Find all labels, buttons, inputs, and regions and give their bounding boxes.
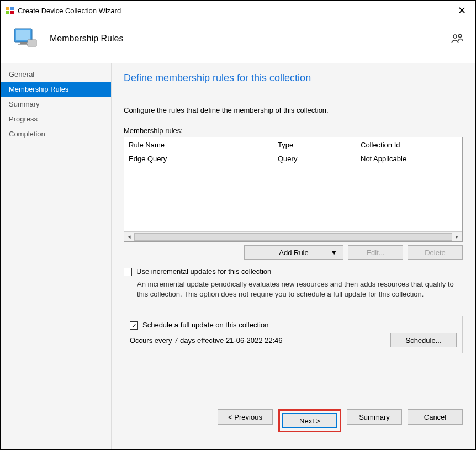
col-rule-name[interactable]: Rule Name bbox=[124, 137, 273, 152]
summary-button[interactable]: Summary bbox=[347, 409, 402, 425]
banner-title: Membership Rules bbox=[50, 34, 123, 44]
people-icon bbox=[451, 32, 464, 45]
previous-button[interactable]: < Previous bbox=[218, 409, 273, 425]
rules-label: Membership rules: bbox=[124, 126, 463, 135]
sidebar-item-completion[interactable]: Completion bbox=[1, 126, 111, 141]
chevron-down-icon: ▼ bbox=[330, 248, 337, 257]
cell-rule-name: Edge Query bbox=[124, 152, 273, 165]
incremental-updates-label: Use incremental updates for this collect… bbox=[136, 267, 271, 276]
wizard-sidebar: General Membership Rules Summary Progres… bbox=[1, 63, 112, 449]
cell-collection-id: Not Applicable bbox=[356, 152, 462, 165]
sidebar-item-progress[interactable]: Progress bbox=[1, 112, 111, 126]
wizard-footer: < Previous Next > Summary Cancel bbox=[112, 400, 475, 449]
incremental-updates-checkbox[interactable] bbox=[124, 268, 132, 276]
add-rule-label: Add Rule bbox=[279, 248, 308, 257]
wizard-window: Create Device Collection Wizard ✕ Member… bbox=[0, 0, 476, 450]
svg-rect-5 bbox=[16, 30, 30, 40]
cancel-button[interactable]: Cancel bbox=[408, 409, 463, 425]
scroll-right-icon[interactable]: ▸ bbox=[452, 233, 462, 240]
svg-rect-3 bbox=[10, 11, 14, 14]
app-icon bbox=[6, 6, 14, 15]
add-rule-dropdown[interactable]: Add Rule ▼ bbox=[244, 245, 343, 260]
monitor-icon bbox=[12, 25, 39, 52]
col-collection-id[interactable]: Collection Id bbox=[356, 137, 462, 152]
incremental-updates-description: An incremental update periodically evalu… bbox=[137, 279, 463, 299]
edit-button: Edit... bbox=[348, 245, 403, 260]
delete-button: Delete bbox=[408, 245, 463, 260]
next-button-highlight: Next > bbox=[278, 409, 341, 432]
table-header: Rule Name Type Collection Id bbox=[124, 137, 462, 152]
table-row[interactable]: Edge Query Query Not Applicable bbox=[124, 152, 462, 165]
close-icon[interactable]: ✕ bbox=[453, 4, 470, 17]
titlebar: Create Device Collection Wizard ✕ bbox=[1, 1, 475, 20]
schedule-summary-text: Occurs every 7 days effective 21-06-2022… bbox=[130, 336, 385, 345]
svg-rect-6 bbox=[20, 42, 27, 44]
schedule-full-update-checkbox[interactable] bbox=[130, 321, 138, 330]
sidebar-item-summary[interactable]: Summary bbox=[1, 97, 111, 112]
schedule-full-update-label: Schedule a full update on this collectio… bbox=[142, 321, 268, 329]
scroll-left-icon[interactable]: ◂ bbox=[124, 233, 134, 240]
schedule-button[interactable]: Schedule... bbox=[390, 333, 457, 347]
schedule-group: Schedule a full update on this collectio… bbox=[124, 316, 463, 353]
next-button[interactable]: Next > bbox=[282, 413, 337, 428]
sidebar-item-membership-rules[interactable]: Membership Rules bbox=[1, 82, 111, 97]
svg-rect-0 bbox=[6, 7, 9, 10]
svg-point-10 bbox=[459, 35, 462, 38]
sidebar-item-general[interactable]: General bbox=[1, 67, 111, 82]
col-type[interactable]: Type bbox=[273, 137, 356, 152]
page-heading: Define membership rules for this collect… bbox=[124, 72, 463, 84]
svg-point-9 bbox=[453, 35, 457, 38]
main-panel: Define membership rules for this collect… bbox=[112, 63, 475, 449]
window-title: Create Device Collection Wizard bbox=[18, 7, 453, 15]
svg-rect-1 bbox=[10, 7, 14, 10]
svg-rect-2 bbox=[6, 11, 9, 14]
instruction-text: Configure the rules that define the memb… bbox=[124, 106, 463, 114]
svg-rect-8 bbox=[28, 40, 36, 46]
svg-rect-7 bbox=[18, 44, 29, 45]
membership-rules-table[interactable]: Rule Name Type Collection Id Edge Query … bbox=[124, 137, 463, 242]
horizontal-scrollbar[interactable]: ◂ ▸ bbox=[124, 231, 462, 241]
banner: Membership Rules bbox=[1, 20, 475, 63]
cell-type: Query bbox=[273, 152, 356, 165]
scroll-track[interactable] bbox=[134, 233, 452, 241]
